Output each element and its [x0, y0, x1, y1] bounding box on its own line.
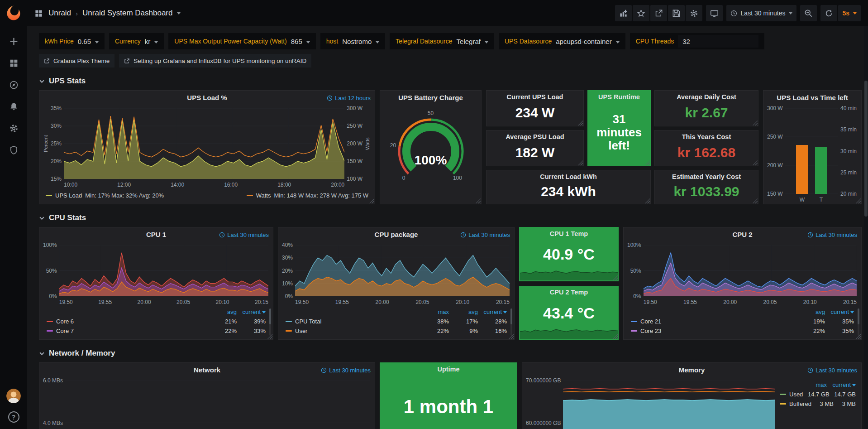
variable-kwh-price[interactable]: kWh Price0.65 — [39, 33, 105, 49]
legend-series-core-6[interactable]: Core 6 — [47, 318, 208, 325]
legend-scrollbar[interactable] — [858, 308, 859, 336]
panel-header: CPU package Last 30 minutes — [278, 227, 514, 241]
chart-plot-area[interactable] — [563, 381, 775, 429]
ups-bar-chart: 300 W250 W200 W150 W40 min35 min30 min25… — [763, 104, 861, 204]
legend-series-ups-load[interactable]: UPS LoadMin: 17% Max: 32% Avg: 20% — [46, 192, 164, 199]
legend-sort-column-current[interactable]: current — [478, 308, 507, 315]
panel-title[interactable]: UPS Load % — [187, 94, 227, 101]
panel-title[interactable]: UPS Runtime — [598, 93, 640, 101]
dashboard-scroll-area[interactable]: kWh Price0.65CurrencykrUPS Max Output Po… — [27, 26, 868, 429]
legend-swatch — [780, 394, 786, 395]
variable-value: kr — [145, 38, 151, 45]
legend-sort-column-max[interactable]: max — [420, 308, 449, 315]
variable-ups-datasource[interactable]: UPS Datasourceapcupsd-container — [499, 33, 625, 49]
chart-plot-area[interactable] — [785, 108, 838, 194]
variable-ups-max-output-power-capacity-watt[interactable]: UPS Max Output Power Capacity (Watt)865 — [168, 33, 315, 49]
legend-series-core-7[interactable]: Core 7 — [47, 328, 208, 334]
axis-tick-label: 19:50 — [59, 299, 73, 305]
panel-title[interactable]: CPU 1 Temp — [550, 230, 588, 237]
chevron-down-icon[interactable] — [177, 12, 181, 14]
legend-sort-column-current[interactable]: current — [825, 308, 854, 315]
panel-title[interactable]: Network — [194, 366, 220, 374]
dashboard-link-grafana-plex-theme[interactable]: Grafana Plex Theme — [39, 54, 114, 67]
tv-mode-button[interactable] — [706, 5, 723, 21]
panel-title[interactable]: UPS Load vs Time left — [777, 94, 848, 101]
save-dashboard-button[interactable] — [668, 5, 685, 21]
chart-plot-area[interactable] — [65, 381, 370, 429]
dashboard-title[interactable]: Unraid System Dashboard — [82, 9, 172, 18]
grafana-logo[interactable] — [5, 4, 23, 22]
variable-currency[interactable]: Currencykr — [109, 33, 164, 49]
panel-title[interactable]: CPU 2 Temp — [550, 289, 588, 296]
legend-series-user[interactable]: User — [286, 328, 420, 334]
variable-host[interactable]: hostNostromo — [320, 33, 386, 49]
chevron-down-icon — [39, 215, 45, 221]
legend-series-used[interactable]: Used — [780, 391, 803, 398]
legend-series-cpu-total[interactable]: CPU Total — [286, 318, 420, 325]
chart-plot-area[interactable] — [64, 108, 344, 179]
refresh-button[interactable] — [820, 5, 837, 21]
link-label: Setting up Grafana and InfluxDB for UPS … — [134, 58, 306, 64]
legend-sort-column-current[interactable]: current — [237, 308, 266, 315]
admin-shield-icon[interactable] — [9, 145, 19, 155]
dashboard-link-setting-up-grafana-and-influxd[interactable]: Setting up Grafana and InfluxDB for UPS … — [119, 54, 311, 67]
dashboards-icon[interactable] — [9, 58, 19, 68]
user-avatar[interactable] — [6, 389, 21, 403]
add-panel-button[interactable] — [615, 5, 632, 21]
legend-sort-column-avg[interactable]: avg — [449, 308, 478, 315]
panel-title[interactable]: CPU package — [375, 231, 418, 238]
legend-sort-column-avg[interactable]: avg — [796, 308, 825, 315]
star-dashboard-button[interactable] — [633, 5, 649, 21]
time-range-picker[interactable]: Last 30 minutes — [726, 5, 797, 21]
panel-title[interactable]: CPU 1 — [146, 231, 166, 238]
panel-title[interactable]: Average PSU Load — [506, 133, 564, 140]
cpu-temps-column: CPU 1 Temp 40.9 °C CPU 2 Temp 43.4 °C — [519, 227, 619, 340]
legend-header-row: avgcurrent — [47, 307, 266, 317]
legend-scrollbar[interactable] — [269, 308, 271, 336]
axis-tick-label: 0% — [285, 294, 293, 299]
link-label: Grafana Plex Theme — [53, 58, 110, 64]
scrollbar-thumb[interactable] — [864, 81, 868, 217]
panel-title[interactable]: Estimated Yearly Cost — [672, 173, 741, 180]
axis-tick-label: 200 W — [347, 141, 362, 146]
refresh-interval-picker[interactable]: 5s — [838, 5, 861, 21]
configuration-gear-icon[interactable] — [9, 124, 19, 133]
page-scrollbar[interactable] — [864, 26, 868, 429]
section-header-cpu-stats[interactable]: CPU Stats — [39, 213, 862, 222]
breadcrumb-app[interactable]: Unraid — [48, 9, 71, 18]
chart-plot-area[interactable] — [644, 245, 857, 296]
panel-title[interactable]: Current UPS Load — [507, 93, 563, 101]
axis-tick-label: 12:00 — [117, 182, 131, 188]
zoom-out-button[interactable] — [800, 5, 817, 21]
panel-title[interactable]: Uptime — [437, 366, 459, 373]
legend-swatch — [46, 195, 52, 196]
panel-title[interactable]: Current Load kWh — [540, 173, 597, 180]
chart-plot-area[interactable] — [295, 245, 510, 296]
create-plus-icon[interactable] — [9, 37, 19, 46]
section-header-ups-stats[interactable]: UPS Stats — [39, 77, 862, 86]
help-icon[interactable]: ? — [8, 411, 19, 423]
variable-input[interactable]: 32 — [678, 35, 758, 48]
legend-sort-column-current[interactable]: current — [827, 381, 856, 388]
panel-title[interactable]: This Years Cost — [682, 133, 731, 140]
legend-sort-column-avg[interactable]: avg — [208, 308, 237, 315]
legend-series-watts[interactable]: WattsMin: 148 W Max: 278 W Avg: 175 W — [247, 192, 368, 199]
variable-cpu-threads[interactable]: CPU Threads32 — [630, 33, 765, 49]
panel-title[interactable]: Average Daily Cost — [677, 93, 736, 101]
apps-grid-icon[interactable] — [34, 9, 43, 18]
variable-telegraf-datasource[interactable]: Telegraf DatasourceTelegraf — [390, 33, 494, 49]
legend-series-core-21[interactable]: Core 21 — [631, 318, 796, 325]
section-header-network-memory[interactable]: Network / Memory — [39, 349, 862, 358]
legend-series-buffered[interactable]: Buffered — [780, 400, 811, 407]
panel-title[interactable]: CPU 2 — [732, 231, 752, 238]
legend-scrollbar[interactable] — [510, 308, 512, 336]
panel-title[interactable]: Memory — [679, 366, 705, 374]
share-dashboard-button[interactable] — [650, 5, 667, 21]
legend-series-core-23[interactable]: Core 23 — [631, 328, 796, 334]
alerting-bell-icon[interactable] — [9, 102, 19, 111]
legend-sort-column-max[interactable]: max — [798, 381, 827, 388]
panel-title[interactable]: UPS Battery Charge — [398, 94, 463, 101]
chart-plot-area[interactable] — [59, 245, 268, 296]
dashboard-settings-button[interactable] — [686, 5, 702, 21]
explore-compass-icon[interactable] — [9, 80, 19, 90]
